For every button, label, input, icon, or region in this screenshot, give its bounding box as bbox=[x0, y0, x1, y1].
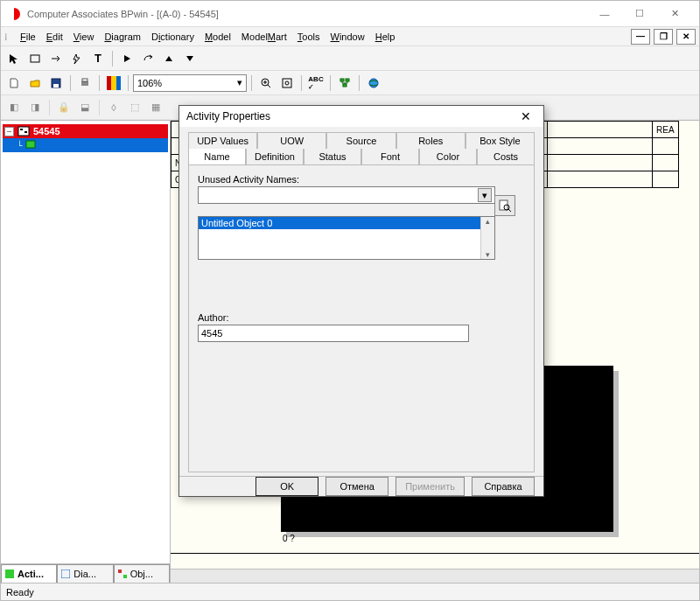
find-activity-button[interactable] bbox=[494, 195, 515, 216]
menu-model[interactable]: Model bbox=[200, 30, 236, 44]
mm-icon-5: ⬚ bbox=[125, 98, 144, 117]
grid-icon: ▦ bbox=[146, 98, 165, 117]
save-file-icon[interactable] bbox=[46, 73, 66, 93]
dialog-close-button[interactable]: ✕ bbox=[515, 106, 536, 127]
unused-names-label: Unused Activity Names: bbox=[198, 174, 525, 185]
svg-rect-16 bbox=[5, 570, 14, 578]
side-panel: – 54545 └ Acti... Dia... bbox=[1, 121, 171, 583]
tree-root-node[interactable]: – 54545 bbox=[3, 124, 168, 138]
expander-icon[interactable]: – bbox=[4, 127, 14, 136]
dialog-body: UDP Values UOW Source Roles Box Style Na… bbox=[179, 127, 543, 476]
arrow-tool-icon[interactable] bbox=[46, 49, 66, 68]
svg-rect-2 bbox=[53, 84, 59, 87]
status-text: Ready bbox=[6, 587, 34, 598]
side-tab-activities[interactable]: Acti... bbox=[1, 564, 57, 583]
listbox-scrollbar[interactable]: ▴▾ bbox=[480, 217, 494, 259]
menu-edit[interactable]: Edit bbox=[41, 30, 68, 44]
dialog-titlebar[interactable]: Activity Properties ✕ bbox=[179, 106, 543, 127]
new-file-icon[interactable] bbox=[4, 73, 24, 93]
close-window-button[interactable]: ✕ bbox=[657, 2, 692, 26]
tab-name[interactable]: Name bbox=[188, 149, 246, 164]
list-item[interactable]: Untitled Object 0 bbox=[199, 217, 494, 229]
svg-rect-3 bbox=[81, 81, 88, 86]
tree-child-node[interactable]: └ bbox=[3, 138, 168, 152]
tab-font[interactable]: Font bbox=[361, 149, 419, 164]
menu-tools[interactable]: Tools bbox=[292, 30, 326, 44]
tab-costs[interactable]: Costs bbox=[477, 149, 535, 164]
activities-tab-icon bbox=[5, 570, 14, 578]
menu-file[interactable]: File bbox=[15, 30, 41, 44]
tree-view-icon[interactable] bbox=[335, 73, 354, 93]
mm-icon-3: ⬓ bbox=[75, 98, 94, 117]
author-value: 4545 bbox=[201, 328, 222, 339]
scroll-up-icon[interactable]: ▴ bbox=[481, 217, 494, 226]
svg-rect-19 bbox=[123, 575, 127, 578]
dialog-title: Activity Properties bbox=[186, 110, 515, 122]
toolbar-shapes: T bbox=[1, 46, 699, 71]
zoom-fit-icon[interactable] bbox=[277, 73, 297, 93]
chevron-down-icon: ▾ bbox=[478, 188, 492, 202]
play-icon[interactable] bbox=[117, 49, 136, 68]
tab-page-name: Unused Activity Names: ▾ Untitled Object… bbox=[188, 164, 535, 472]
model-tree[interactable]: – 54545 └ bbox=[1, 121, 170, 563]
tab-udp-values[interactable]: UDP Values bbox=[188, 132, 257, 149]
menu-dictionary[interactable]: Dictionary bbox=[146, 30, 200, 44]
zoom-in-icon[interactable] bbox=[256, 73, 276, 93]
redo-icon[interactable] bbox=[138, 49, 158, 68]
tab-status[interactable]: Status bbox=[304, 149, 361, 164]
menu-diagram[interactable]: Diagram bbox=[99, 30, 146, 44]
ok-button[interactable]: OK bbox=[256, 477, 318, 496]
pointer-tool-icon[interactable] bbox=[4, 49, 24, 68]
lightning-tool-icon[interactable] bbox=[67, 49, 87, 68]
tab-roles[interactable]: Roles bbox=[396, 132, 466, 149]
diagram-footer bbox=[171, 553, 699, 569]
zoom-combo[interactable]: 106% ▾ bbox=[133, 74, 247, 92]
menu-help[interactable]: Help bbox=[370, 30, 401, 44]
mm-icon-2: ◨ bbox=[25, 98, 45, 117]
menu-view[interactable]: View bbox=[68, 30, 100, 44]
minimize-button[interactable]: — bbox=[587, 2, 622, 26]
tab-color[interactable]: Color bbox=[419, 149, 477, 164]
svg-rect-13 bbox=[20, 129, 23, 130]
app-icon bbox=[8, 8, 20, 20]
objects-tab-icon bbox=[118, 570, 127, 578]
mdi-restore-button[interactable]: ❐ bbox=[654, 29, 673, 45]
tab-definition[interactable]: Definition bbox=[246, 149, 304, 164]
menu-window[interactable]: Window bbox=[326, 30, 370, 44]
help-button[interactable]: Справка bbox=[472, 477, 535, 496]
author-label: Author: bbox=[198, 312, 525, 323]
box-tool-icon[interactable] bbox=[25, 49, 45, 68]
globe-icon[interactable] bbox=[364, 73, 383, 93]
palette-icon[interactable] bbox=[104, 73, 123, 93]
unused-names-combo[interactable]: ▾ bbox=[198, 186, 495, 204]
tab-source[interactable]: Source bbox=[326, 132, 396, 149]
tab-box-style[interactable]: Box Style bbox=[466, 132, 535, 149]
text-tool-icon[interactable]: T bbox=[88, 49, 108, 68]
activity-box-label: 0 ? bbox=[283, 534, 295, 543]
apply-button[interactable]: Применить bbox=[396, 477, 465, 496]
mdi-minimize-button[interactable]: — bbox=[631, 29, 650, 45]
side-tabs: Acti... Dia... Obj... bbox=[1, 563, 170, 583]
names-listbox[interactable]: Untitled Object 0 ▴▾ bbox=[198, 216, 495, 260]
svg-rect-0 bbox=[31, 55, 39, 62]
svg-rect-6 bbox=[283, 79, 291, 87]
cancel-button[interactable]: Отмена bbox=[326, 477, 388, 496]
side-tab-diagrams[interactable]: Dia... bbox=[57, 564, 113, 583]
statusbar: Ready bbox=[1, 583, 699, 600]
maximize-button[interactable]: ☐ bbox=[622, 2, 657, 26]
author-input[interactable]: 4545 bbox=[198, 325, 469, 342]
print-icon[interactable] bbox=[75, 73, 94, 93]
diagrams-tab-icon bbox=[61, 570, 70, 578]
menu-modelmart[interactable]: ModelMart bbox=[236, 30, 292, 44]
chevron-down-icon: ▾ bbox=[237, 77, 242, 88]
triangle-up-icon[interactable] bbox=[159, 49, 178, 68]
open-file-icon[interactable] bbox=[25, 73, 45, 93]
side-tab-objects[interactable]: Obj... bbox=[114, 564, 170, 583]
tab-uow[interactable]: UOW bbox=[257, 132, 326, 149]
activity-icon bbox=[25, 140, 38, 150]
spellcheck-icon[interactable]: ABC✓ bbox=[306, 73, 326, 93]
scroll-down-icon[interactable]: ▾ bbox=[481, 250, 494, 259]
mdi-close-button[interactable]: ✕ bbox=[676, 29, 696, 45]
triangle-down-icon[interactable] bbox=[180, 49, 200, 68]
scrollbar-horizontal[interactable] bbox=[171, 569, 699, 583]
